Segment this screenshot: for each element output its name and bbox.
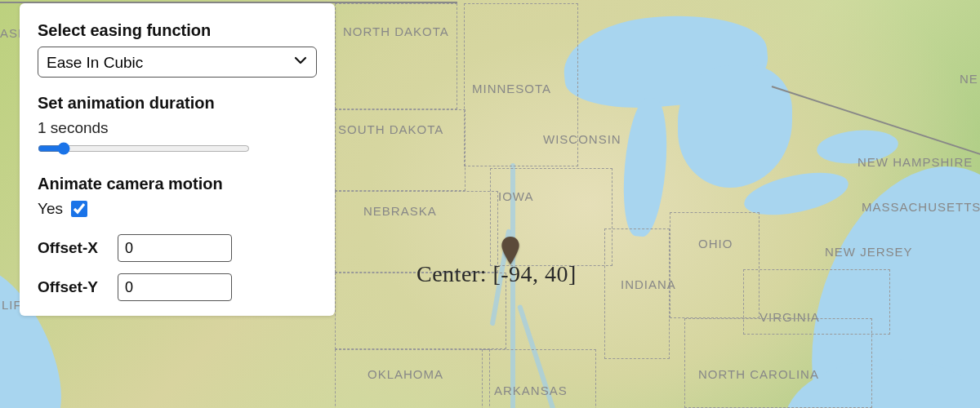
map-center-marker xyxy=(500,237,521,258)
state-label: NEBRASKA xyxy=(363,204,437,218)
controls-panel: Select easing function Ease In Cubic Set… xyxy=(20,3,335,316)
state-label: SOUTH DAKOTA xyxy=(338,122,443,136)
map-center-label: Center: [-94, 40] xyxy=(416,261,577,287)
state-border xyxy=(482,349,596,408)
state-label: NEW JERSEY xyxy=(825,245,913,259)
offset-x-input[interactable] xyxy=(118,234,232,262)
state-border xyxy=(335,109,466,191)
state-label: NEW HAMPSHIRE xyxy=(858,155,973,169)
state-border xyxy=(604,228,670,359)
offset-x-label: Offset-X xyxy=(38,239,111,257)
state-label: OKLAHOMA xyxy=(368,367,443,381)
state-label: ARKANSAS xyxy=(494,384,568,397)
duration-slider[interactable] xyxy=(38,142,250,155)
offset-y-input[interactable] xyxy=(118,273,232,301)
state-label: INDIANA xyxy=(621,277,676,291)
state-label: MINNESOTA xyxy=(472,82,551,95)
state-label: MASSACHUSETTS xyxy=(862,200,980,214)
state-border xyxy=(335,191,498,273)
state-border xyxy=(743,269,890,335)
offset-y-label: Offset-Y xyxy=(38,278,111,296)
duration-label: Set animation duration xyxy=(38,94,317,113)
animate-label: Animate camera motion xyxy=(38,175,317,193)
duration-value-text: 1 seconds xyxy=(38,119,317,137)
state-label: VIRGINIA xyxy=(760,310,820,324)
state-label: WISCONSIN xyxy=(543,132,621,146)
state-label: NORTH DAKOTA xyxy=(343,24,449,38)
state-label: IOWA xyxy=(498,189,533,203)
state-label: NORTH CAROLINA xyxy=(698,367,819,381)
animate-checkbox[interactable] xyxy=(71,201,87,217)
state-label: OHIO xyxy=(698,237,733,251)
animate-yes-label: Yes xyxy=(38,200,63,218)
state-label: NE xyxy=(960,72,978,86)
state-border xyxy=(335,3,457,109)
easing-label: Select easing function xyxy=(38,21,317,40)
easing-select[interactable]: Ease In Cubic xyxy=(38,47,317,78)
state-label: LIF xyxy=(2,298,22,312)
